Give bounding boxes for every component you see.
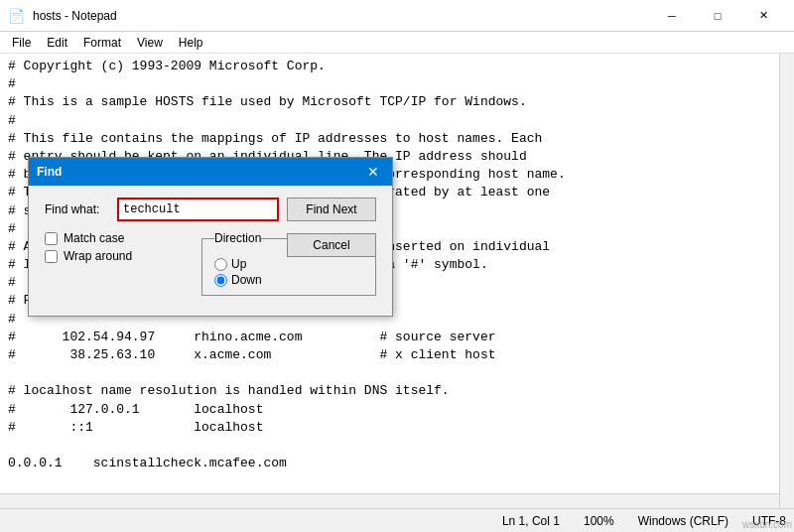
dialog-body: Find what: Find Next Cancel Match case W… xyxy=(29,186,392,316)
wrap-around-checkbox[interactable] xyxy=(45,250,58,263)
title-bar-left: 📄 hosts - Notepad xyxy=(8,8,117,24)
checkboxes-column: Match case Wrap around xyxy=(45,231,194,296)
match-case-checkbox[interactable] xyxy=(45,232,58,245)
down-radio-row: Down xyxy=(214,273,363,287)
match-case-label: Match case xyxy=(64,231,124,245)
direction-up-radio[interactable] xyxy=(214,258,227,271)
title-bar: 📄 hosts - Notepad ─ □ ✕ xyxy=(0,0,794,32)
find-what-input[interactable] xyxy=(117,198,279,221)
menu-file[interactable]: File xyxy=(4,34,39,52)
watermark: wsxdn.com xyxy=(742,519,792,530)
dialog-title-text: Find xyxy=(37,165,62,179)
direction-legend: Direction xyxy=(214,231,261,245)
zoom-level: 100% xyxy=(584,514,614,528)
minimize-button[interactable]: ─ xyxy=(649,0,695,32)
scrollbar-horizontal[interactable] xyxy=(0,493,779,508)
cancel-button[interactable]: Cancel xyxy=(287,233,376,257)
find-what-row: Find what: Find Next xyxy=(45,198,376,221)
maximize-button[interactable]: □ xyxy=(695,0,740,32)
dialog-title-bar: Find ✕ xyxy=(29,158,392,186)
menu-help[interactable]: Help xyxy=(171,34,211,52)
menu-view[interactable]: View xyxy=(129,34,171,52)
direction-down-label: Down xyxy=(231,273,262,287)
menu-edit[interactable]: Edit xyxy=(39,34,75,52)
dialog-close-button[interactable]: ✕ xyxy=(362,161,384,183)
close-button[interactable]: ✕ xyxy=(740,0,786,32)
status-bar: Ln 1, Col 1 100% Windows (CRLF) UTF-8 ws… xyxy=(0,508,794,532)
match-case-row: Match case xyxy=(45,231,194,245)
find-dialog: Find ✕ Find what: Find Next Cancel Match… xyxy=(28,157,393,317)
line-ending: Windows (CRLF) xyxy=(638,514,728,528)
scrollbar-vertical[interactable] xyxy=(779,54,794,508)
up-radio-row: Up xyxy=(214,257,363,271)
cancel-btn-container: Cancel xyxy=(287,233,376,257)
wrap-around-label: Wrap around xyxy=(64,249,132,263)
app-icon: 📄 xyxy=(8,8,25,24)
menu-bar: File Edit Format View Help xyxy=(0,32,794,54)
direction-down-radio[interactable] xyxy=(214,274,227,287)
find-what-label: Find what: xyxy=(45,202,109,216)
find-next-button[interactable]: Find Next xyxy=(287,198,376,221)
title-bar-controls: ─ □ ✕ xyxy=(649,0,786,32)
menu-format[interactable]: Format xyxy=(75,34,129,52)
cursor-position: Ln 1, Col 1 xyxy=(502,514,560,528)
direction-up-label: Up xyxy=(231,257,246,271)
window-title: hosts - Notepad xyxy=(33,9,117,23)
wrap-around-row: Wrap around xyxy=(45,249,194,263)
